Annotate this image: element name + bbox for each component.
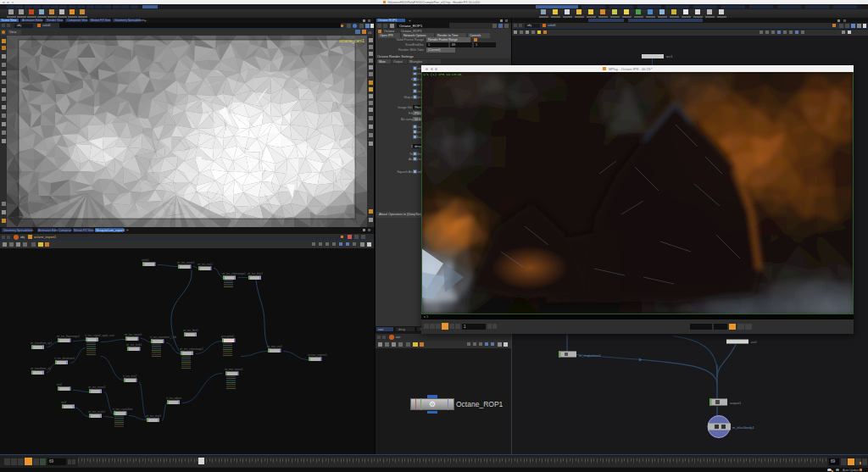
svg-text:wt_tex_mix3: wt_tex_mix3 (146, 414, 161, 418)
svg-text:wt_tex_noise3: wt_tex_noise3 (88, 386, 106, 389)
svg-text:wt_tex_blur1: wt_tex_blur1 (248, 272, 263, 275)
svg-text:tt_tex_crystallize: tt_tex_crystallize (113, 408, 133, 411)
svg-text:tt_tex_crystal_appli_scal: tt_tex_crystal_appli_scal (85, 334, 114, 337)
svg-text:m_mapattern1: m_mapattern1 (579, 353, 602, 357)
svg-text:tt_tex_adjust: tt_tex_adjust (166, 397, 181, 400)
svg-text:wt_mat_noise1: wt_mat_noise1 (225, 368, 243, 371)
svg-text:output1: output1 (730, 400, 742, 404)
svg-text:wt_tex_scale1: wt_tex_scale1 (88, 410, 105, 414)
svg-text:tex2: tex2 (57, 383, 62, 386)
svg-text:tex3: tex3 (61, 401, 66, 404)
svg-text:tt_tex_transform_l_tile: tt_tex_transform_l_tile (150, 336, 177, 339)
svg-text:out1: out1 (751, 340, 757, 343)
svg-text:wt_tex_mix1: wt_tex_mix1 (198, 263, 213, 266)
svg-text:wt_tex_colorrange2: wt_tex_colorrange2 (180, 347, 203, 351)
svg-text:wt_tex_noise2: wt_tex_noise2 (125, 333, 142, 336)
svg-text:wt_tex_colorrange1: wt_tex_colorrange1 (222, 272, 246, 275)
svg-text:principled1: principled1 (221, 335, 235, 338)
svg-text:octane_cam1: octane_cam1 (339, 38, 364, 43)
svg-text:tt_tex_mix2: tt_tex_mix2 (123, 375, 137, 378)
svg-text:wt_tex_fbm1: wt_tex_fbm1 (183, 329, 198, 332)
svg-text:tt_tex_distortion1: tt_tex_distortion1 (54, 357, 75, 360)
svg-text:wt_mat_out1: wt_mat_out1 (267, 345, 282, 348)
svg-text:octane_vopnet1: octane_vopnet1 (308, 353, 327, 357)
svg-text:wt_transform_xy1: wt_transform_xy1 (31, 342, 52, 345)
svg-text:wt_tex_turb1: wt_tex_turb1 (126, 343, 142, 347)
svg-text:wt_tex_noise1: wt_tex_noise1 (177, 261, 195, 264)
svg-text:wt_transform_z1: wt_transform_z1 (31, 367, 51, 370)
svg-text:attrib1: attrib1 (142, 258, 149, 262)
svg-text:m_blackbody1: m_blackbody1 (732, 425, 755, 429)
svg-text:wt_tex_floatrange1: wt_tex_floatrange1 (57, 335, 80, 338)
